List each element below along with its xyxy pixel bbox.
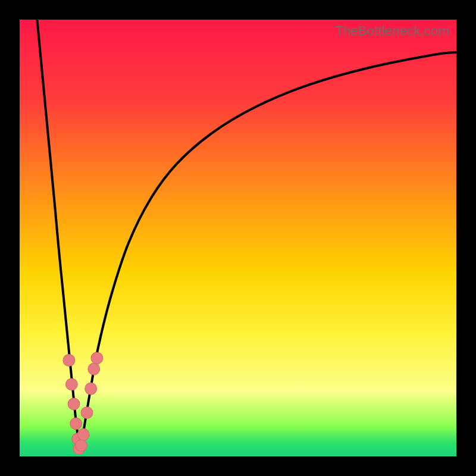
plot-area: TheBottleneck.com — [20, 20, 456, 456]
data-marker — [68, 398, 80, 410]
data-marker — [91, 352, 103, 364]
curve-right-branch — [80, 52, 456, 452]
bottleneck-curve — [20, 20, 456, 456]
data-markers-group — [63, 352, 103, 455]
data-marker — [70, 418, 82, 430]
data-marker — [63, 355, 75, 367]
chart-frame: TheBottleneck.com — [0, 0, 476, 476]
data-marker — [85, 383, 97, 394]
data-marker — [76, 440, 87, 452]
data-marker — [81, 407, 93, 419]
data-marker — [88, 363, 100, 375]
data-marker — [65, 378, 77, 390]
data-marker — [77, 428, 89, 440]
